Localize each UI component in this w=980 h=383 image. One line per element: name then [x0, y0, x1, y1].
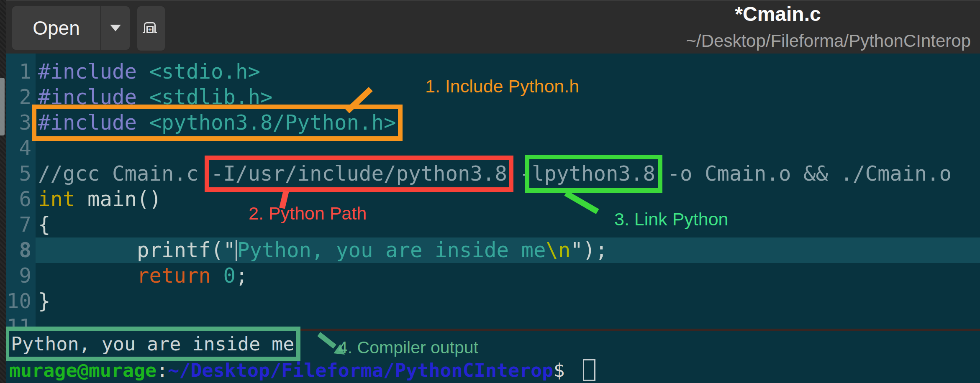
code-line: 9 return 0;: [6, 263, 980, 289]
window-title: *Cmain.c: [717, 3, 839, 26]
code-line-text: printf("Python, you are inside me\n");: [36, 237, 980, 263]
line-number: 1: [6, 59, 36, 84]
line-number: 11: [6, 314, 36, 331]
code-token: <python3.8/Python.h>: [149, 111, 396, 135]
code-line: 8 printf("Python, you are inside me\n");: [6, 237, 980, 263]
plus-icon: +: [146, 26, 154, 33]
code-line-text: int main(): [36, 186, 980, 212]
terminal-cursor: [583, 359, 595, 381]
new-document-icon: +: [144, 22, 158, 35]
code-line: 4: [6, 135, 980, 161]
code-line: 3#include <python3.8/Python.h>: [6, 110, 980, 135]
code-token: #include: [38, 60, 137, 84]
code-token: Python, you are inside me: [237, 238, 546, 262]
code-token: main(): [75, 187, 162, 211]
code-token: -o Cmain.o && ./Cmain.o: [655, 162, 952, 186]
line-number: 7: [6, 212, 36, 237]
code-lines: 1#include <stdio.h>2#include <stdlib.h>3…: [6, 59, 980, 331]
code-line-text: #include <python3.8/Python.h>: [36, 110, 980, 135]
terminal-cwd: ~/Desktop/Fileforma/PythonCInterop: [168, 359, 553, 381]
code-token: <stdlib.h>: [149, 85, 273, 109]
code-token: [38, 264, 137, 288]
code-line-text: [36, 314, 980, 331]
gedit-window: Open + *Cmain.c ~/Desktop/Fileforma/Pyth…: [0, 0, 980, 383]
code-editor[interactable]: 1#include <stdio.h>2#include <stdlib.h>3…: [6, 54, 980, 331]
line-number: 5: [6, 161, 36, 186]
annotation-box-red: -I/usr/include/python3.8: [211, 162, 507, 186]
terminal-prompt-row: murage@murage:~/Desktop/Fileforma/Python…: [6, 357, 980, 383]
code-line-text: //gcc Cmain.c -I/usr/include/python3.8 -…: [36, 161, 980, 186]
code-token: ;: [236, 264, 248, 288]
line-number: 2: [6, 84, 36, 110]
terminal-user: murage@murage: [9, 359, 156, 381]
code-token: [211, 264, 223, 288]
code-line: 7{: [6, 212, 980, 237]
terminal-prompt-symbol: $: [553, 359, 576, 381]
code-line-text: return 0;: [36, 263, 980, 289]
code-token: #include: [38, 85, 137, 109]
terminal-colon: :: [156, 359, 168, 381]
line-number: 6: [6, 186, 36, 212]
code-line: 2#include <stdlib.h>: [6, 84, 980, 110]
code-line-text: #include <stdio.h>: [36, 59, 980, 84]
code-line: 6int main(): [6, 186, 980, 212]
code-line: 5//gcc Cmain.c -I/usr/include/python3.8 …: [6, 161, 980, 186]
code-token: \n: [546, 238, 571, 262]
code-token: printf(": [38, 238, 236, 262]
code-line-text: }: [36, 289, 980, 314]
code-line: 11: [6, 314, 980, 331]
code-line-text: [36, 135, 980, 161]
desktop-edge: [0, 0, 6, 383]
background-window-fragment: [0, 78, 5, 135]
code-line-text: {: [36, 212, 980, 237]
code-line: 1#include <stdio.h>: [6, 59, 980, 84]
code-token: <stdio.h>: [149, 60, 261, 84]
code-token: 0: [223, 264, 236, 288]
annotation-box-orange: #include <python3.8/Python.h>: [38, 111, 396, 135]
chevron-down-icon: [110, 25, 121, 31]
code-line-text: #include <stdlib.h>: [36, 84, 980, 110]
code-token: //gcc Cmain.c: [38, 162, 211, 186]
annotation-box-green: lpython3.8: [532, 162, 655, 186]
code-token: return: [137, 264, 211, 288]
code-line: 10}: [6, 289, 980, 314]
code-token: }: [38, 289, 51, 313]
line-number: 8: [6, 237, 36, 263]
line-number: 3: [6, 110, 36, 135]
code-token: -: [507, 162, 532, 186]
code-token: [137, 85, 149, 109]
code-token: [137, 60, 149, 84]
terminal-output-row: Python, you are inside me: [6, 331, 980, 357]
code-token: int: [38, 187, 75, 211]
new-document-button[interactable]: +: [137, 6, 165, 51]
open-split-button: Open: [12, 6, 130, 50]
open-button[interactable]: Open: [12, 6, 101, 50]
header-bar: Open + *Cmain.c ~/Desktop/Fileforma/Pyth…: [6, 0, 980, 54]
line-number: 10: [6, 289, 36, 314]
code-token: #include: [38, 111, 137, 135]
code-token: [137, 111, 149, 135]
terminal-output: Python, you are inside me: [11, 333, 294, 355]
open-dropdown-button[interactable]: [101, 6, 130, 50]
code-token: {: [38, 213, 51, 237]
code-token: ");: [571, 238, 608, 262]
line-number: 4: [6, 135, 36, 161]
window-subtitle-path: ~/Desktop/Fileforma/PythonCInterop: [686, 31, 971, 51]
terminal[interactable]: Python, you are inside me murage@murage:…: [6, 331, 980, 383]
line-number: 9: [6, 263, 36, 289]
